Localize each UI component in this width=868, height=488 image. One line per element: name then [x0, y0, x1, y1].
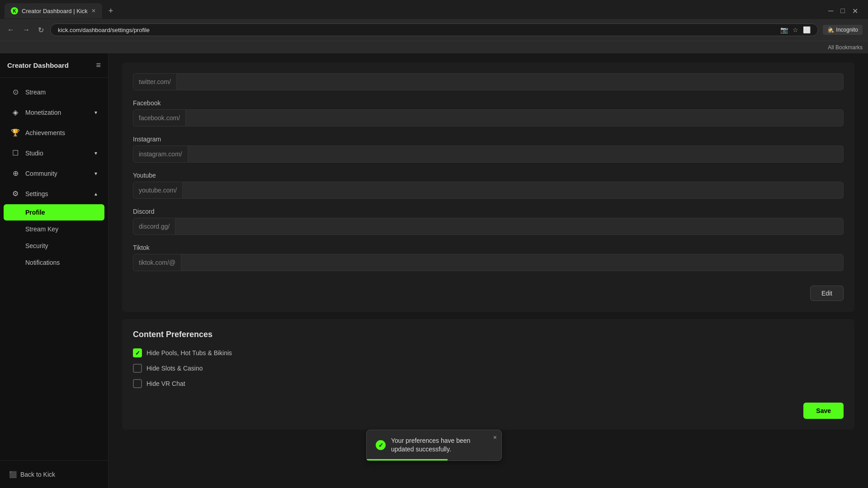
back-icon: ⬛ [9, 471, 17, 478]
content-preferences-section: Content Preferences Hide Pools, Hot Tubs… [122, 319, 854, 430]
device-icon[interactable]: ⬜ [803, 26, 811, 33]
sidebar-header: Creator Dashboard ≡ [0, 53, 108, 78]
sidebar-sub-item-security[interactable]: Security [4, 238, 104, 254]
sidebar-item-label-achievements: Achievements [25, 129, 65, 136]
sidebar-item-stream[interactable]: ⊙ Stream [4, 82, 104, 102]
discord-input[interactable] [175, 218, 843, 235]
toast-message: Your preferences have been updated succe… [391, 436, 470, 454]
youtube-prefix: youtube.com/ [133, 182, 183, 198]
settings-icon: ⚙ [11, 189, 20, 198]
sidebar-sub-label-stream-key: Stream Key [25, 225, 58, 233]
twitter-input-row: twitter.com/ [133, 73, 844, 90]
tiktok-field-group: Tiktok tiktok.com/@ [133, 244, 844, 271]
hide-slots-checkbox[interactable] [133, 364, 142, 373]
refresh-button[interactable]: ↻ [36, 24, 46, 36]
window-controls: ─ □ ✕ [828, 7, 863, 15]
hide-vr-checkbox[interactable] [133, 379, 142, 388]
settings-chevron: ▴ [94, 191, 97, 197]
browser-actions: 🕵 Incognito [823, 25, 863, 35]
sidebar-item-achievements[interactable]: 🏆 Achievements [4, 123, 104, 142]
toast-progress-bar [367, 459, 448, 460]
sidebar-sub-label-profile: Profile [25, 209, 45, 216]
maximize-button[interactable]: □ [840, 7, 845, 15]
sidebar-sub-label-security: Security [25, 242, 48, 249]
youtube-field-group: Youtube youtube.com/ [133, 172, 844, 199]
studio-chevron: ▾ [94, 150, 97, 156]
tab-close-button[interactable]: ✕ [91, 8, 96, 14]
tiktok-input[interactable] [181, 254, 843, 271]
tiktok-prefix: tiktok.com/@ [133, 254, 181, 271]
sidebar-sub-item-stream-key[interactable]: Stream Key [4, 221, 104, 237]
achievements-icon: 🏆 [11, 128, 20, 137]
checkbox-group: Hide Pools, Hot Tubs & Bikinis Hide Slot… [133, 348, 844, 388]
social-fields-section: twitter.com/ Facebook facebook.com/ Inst… [122, 62, 854, 312]
sidebar-item-label-studio: Studio [25, 150, 43, 157]
address-bar[interactable]: kick.com/dashboard/settings/profile 📷 ☆ … [50, 23, 818, 36]
toast-line2: updated successfully. [391, 446, 451, 453]
camera-off-icon: 📷 [780, 26, 788, 33]
discord-input-row: discord.gg/ [133, 218, 844, 235]
discord-label: Discord [133, 208, 844, 215]
minimize-button[interactable]: ─ [828, 7, 833, 15]
youtube-input[interactable] [183, 182, 843, 198]
monetization-chevron: ▾ [94, 109, 97, 116]
instagram-prefix: instagram.com/ [133, 146, 188, 162]
discord-prefix: discord.gg/ [133, 218, 175, 235]
hide-pools-checkbox[interactable] [133, 348, 142, 357]
youtube-input-row: youtube.com/ [133, 182, 844, 199]
sidebar-item-label-community: Community [25, 170, 57, 177]
sidebar-menu-icon[interactable]: ≡ [96, 61, 101, 70]
new-tab-button[interactable]: + [105, 5, 117, 18]
hide-pools-label: Hide Pools, Hot Tubs & Bikinis [146, 349, 232, 357]
sidebar-sub-item-profile[interactable]: Profile [4, 204, 104, 221]
studio-icon: ☐ [11, 149, 20, 157]
facebook-label: Facebook [133, 99, 844, 107]
hide-slots-row: Hide Slots & Casino [133, 364, 844, 373]
browser-chrome: K Creator Dashboard | Kick ✕ + ─ □ ✕ ← →… [0, 0, 868, 53]
sidebar-item-label-monetization: Monetization [25, 109, 61, 116]
main-content: twitter.com/ Facebook facebook.com/ Inst… [108, 53, 868, 488]
sidebar-item-community[interactable]: ⊕ Community ▾ [4, 164, 104, 183]
back-nav-button[interactable]: ← [5, 24, 16, 36]
address-bar-icons: 📷 ☆ ⬜ [780, 26, 811, 33]
bookmarks-bar: All Bookmarks [0, 41, 868, 53]
forward-nav-button[interactable]: → [21, 24, 32, 36]
toast-notification: ✓ Your preferences have been updated suc… [366, 430, 502, 461]
community-icon: ⊕ [11, 169, 20, 178]
toast-close-button[interactable]: × [493, 434, 497, 441]
incognito-button[interactable]: 🕵 Incognito [823, 25, 863, 35]
community-chevron: ▾ [94, 170, 97, 177]
sidebar-item-studio[interactable]: ☐ Studio ▾ [4, 143, 104, 163]
hide-vr-row: Hide VR Chat [133, 379, 844, 388]
edit-button[interactable]: Edit [810, 286, 844, 301]
instagram-input-row: instagram.com/ [133, 145, 844, 163]
sidebar: Creator Dashboard ≡ ⊙ Stream ◈ Monetizat… [0, 53, 108, 488]
sidebar-footer: ⬛ Back to Kick [0, 460, 108, 488]
back-label: Back to Kick [20, 471, 55, 478]
sidebar-item-label-settings: Settings [25, 190, 48, 197]
sidebar-item-monetization[interactable]: ◈ Monetization ▾ [4, 103, 104, 122]
instagram-label: Instagram [133, 136, 844, 143]
close-button[interactable]: ✕ [852, 7, 858, 15]
sidebar-nav: ⊙ Stream ◈ Monetization ▾ 🏆 Achievements… [0, 78, 108, 460]
hide-vr-label: Hide VR Chat [146, 380, 185, 387]
tab-title: Creator Dashboard | Kick [22, 8, 88, 14]
back-to-kick-button[interactable]: ⬛ Back to Kick [4, 466, 104, 483]
active-tab[interactable]: K Creator Dashboard | Kick ✕ [5, 3, 102, 19]
sidebar-sub-item-notifications[interactable]: Notifications [4, 254, 104, 271]
save-button[interactable]: Save [803, 403, 844, 419]
instagram-input[interactable] [188, 146, 843, 162]
sidebar-title: Creator Dashboard [7, 61, 69, 69]
sidebar-sub-label-notifications: Notifications [25, 259, 60, 266]
facebook-field-group: Facebook facebook.com/ [133, 99, 844, 127]
hide-pools-row: Hide Pools, Hot Tubs & Bikinis [133, 348, 844, 357]
facebook-input[interactable] [186, 110, 843, 126]
bookmarks-label: All Bookmarks [828, 44, 863, 51]
bookmark-icon[interactable]: ☆ [793, 26, 798, 33]
tab-bar: K Creator Dashboard | Kick ✕ + ─ □ ✕ [0, 0, 868, 19]
sidebar-item-settings[interactable]: ⚙ Settings ▴ [4, 184, 104, 203]
twitter-input[interactable] [177, 74, 843, 90]
tab-favicon: K [11, 7, 18, 14]
instagram-field-group: Instagram instagram.com/ [133, 136, 844, 163]
twitter-prefix: twitter.com/ [133, 74, 177, 90]
